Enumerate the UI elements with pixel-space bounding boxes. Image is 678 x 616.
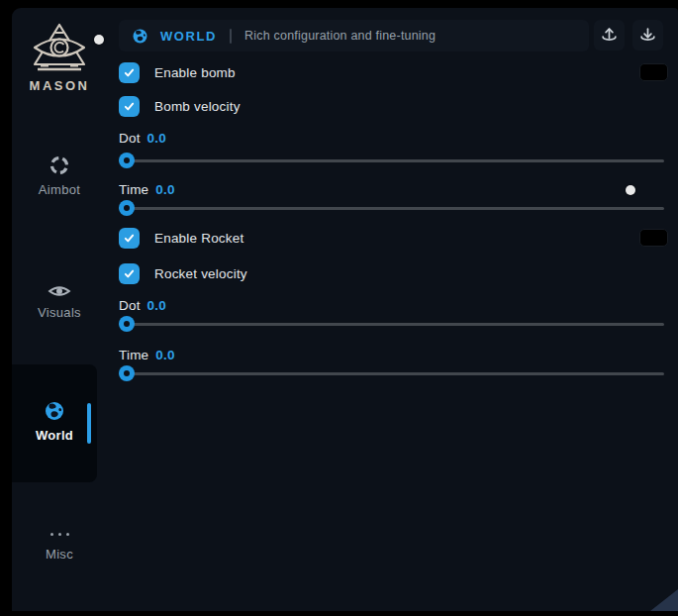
eye-icon xyxy=(48,283,71,299)
download-config-button[interactable] xyxy=(632,20,663,51)
bomb-color-swatch[interactable] xyxy=(639,63,668,81)
rocket-dot-slider-label: Dot0.0 xyxy=(119,299,166,313)
slider-handle[interactable] xyxy=(119,153,135,168)
enable-rocket-checkbox-row[interactable]: Enable Rocket xyxy=(119,228,243,249)
slider-track[interactable] xyxy=(119,372,664,375)
slider-value: 0.0 xyxy=(147,131,166,146)
bomb-time-slider[interactable] xyxy=(119,200,664,216)
checkbox-label: Bomb velocity xyxy=(154,99,241,114)
brand: MASON xyxy=(12,22,107,93)
sidebar: MASON Aimbot Visuals World xyxy=(12,8,107,611)
checkbox-label: Enable bomb xyxy=(154,65,236,80)
bomb-velocity-checkbox-row[interactable]: Bomb velocity xyxy=(119,96,241,117)
cursor-dot xyxy=(626,185,635,195)
bomb-dot-slider-label: Dot0.0 xyxy=(119,132,166,146)
bomb-time-slider-label: Time0.0 xyxy=(119,183,175,197)
page-header: WORLD Rich configuration and fine-tuning xyxy=(119,20,589,51)
crosshair-icon xyxy=(48,154,70,176)
checkbox-checked-icon[interactable] xyxy=(119,228,140,249)
slider-handle[interactable] xyxy=(119,316,135,332)
sidebar-item-visuals[interactable]: Visuals xyxy=(12,283,107,320)
slider-value: 0.0 xyxy=(155,182,174,197)
checkbox-label: Rocket velocity xyxy=(154,266,247,281)
sidebar-item-label: Aimbot xyxy=(12,182,107,197)
brand-name: MASON xyxy=(12,78,107,93)
slider-value: 0.0 xyxy=(147,298,166,313)
slider-value: 0.0 xyxy=(155,348,174,362)
rocket-time-slider-label: Time0.0 xyxy=(119,349,175,362)
checkbox-checked-icon[interactable] xyxy=(119,263,140,284)
sidebar-item-label: Misc xyxy=(12,547,107,562)
slider-handle[interactable] xyxy=(119,200,135,216)
checkbox-checked-icon[interactable] xyxy=(119,96,140,117)
page-title: WORLD xyxy=(160,29,217,44)
sidebar-item-world[interactable]: World xyxy=(12,364,97,482)
pyramid-eye-icon xyxy=(29,22,90,73)
bomb-dot-slider[interactable] xyxy=(119,153,664,168)
rocket-velocity-checkbox-row[interactable]: Rocket velocity xyxy=(119,263,247,284)
slider-track[interactable] xyxy=(119,207,664,210)
upload-config-button[interactable] xyxy=(594,20,625,51)
globe-icon xyxy=(132,28,148,45)
globe-icon xyxy=(44,400,65,422)
slider-handle[interactable] xyxy=(119,365,135,381)
enable-bomb-checkbox-row[interactable]: Enable bomb xyxy=(119,62,236,83)
slider-track[interactable] xyxy=(119,323,664,326)
rocket-color-swatch[interactable] xyxy=(639,229,668,247)
checkbox-checked-icon[interactable] xyxy=(119,62,140,83)
mason-window: MASON Aimbot Visuals World xyxy=(12,8,678,611)
page-subtitle: Rich configuration and fine-tuning xyxy=(244,29,436,43)
corner-accent xyxy=(650,589,678,611)
rocket-time-slider[interactable] xyxy=(119,365,664,381)
sidebar-item-label: Visuals xyxy=(12,305,107,320)
checkbox-label: Enable Rocket xyxy=(154,231,243,246)
ellipsis-icon xyxy=(12,527,107,541)
slider-track[interactable] xyxy=(119,159,664,162)
divider xyxy=(230,29,232,44)
active-tab-indicator xyxy=(87,403,91,444)
sidebar-item-label: World xyxy=(12,428,97,443)
cursor-dot xyxy=(94,35,104,45)
download-icon xyxy=(639,27,656,44)
rocket-dot-slider[interactable] xyxy=(119,316,664,332)
upload-icon xyxy=(601,27,618,44)
sidebar-item-misc[interactable]: Misc xyxy=(12,527,107,562)
sidebar-item-aimbot[interactable]: Aimbot xyxy=(12,154,107,197)
